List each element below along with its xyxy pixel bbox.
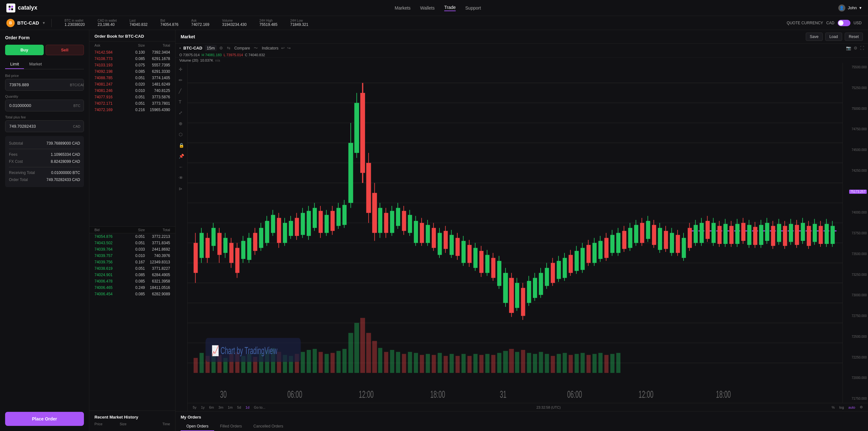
- price-level: 73000.000: [844, 294, 867, 297]
- time-5y-button[interactable]: 5y: [191, 405, 198, 410]
- text-icon[interactable]: T: [178, 98, 185, 106]
- svg-rect-39: [253, 233, 257, 251]
- ask-row[interactable]: 74088.7850.0513774.1405: [89, 75, 175, 81]
- compare-label[interactable]: Compare: [234, 46, 250, 51]
- time-5d-button[interactable]: 5d: [236, 405, 242, 410]
- log-scale-button[interactable]: log: [838, 404, 845, 410]
- percent-scale-button[interactable]: %: [830, 404, 836, 410]
- svg-rect-81: [378, 208, 382, 233]
- settings-icon[interactable]: ⚙: [219, 45, 223, 51]
- time-6m-button[interactable]: 6m: [208, 405, 215, 410]
- svg-rect-289: [509, 349, 514, 373]
- tab-market[interactable]: Market: [24, 60, 47, 69]
- undo-icon[interactable]: ↩: [281, 45, 285, 51]
- collapse-icon[interactable]: ⊳: [178, 185, 185, 192]
- quote-currency-block: QUOTE CURRENCY CAD USD: [786, 20, 862, 26]
- svg-rect-302: [587, 355, 591, 373]
- bid-row[interactable]: 74006.4650.24918411.0516: [89, 284, 175, 291]
- quantity-input[interactable]: [5, 100, 70, 111]
- pin-icon[interactable]: 📌: [178, 152, 185, 160]
- toggle-knob: [838, 21, 843, 26]
- bid-stat: Bid 74054.876: [160, 19, 179, 27]
- fullscreen-icon[interactable]: ⛶: [860, 45, 864, 51]
- bid-row[interactable]: 74039.7640.0332441.8692: [89, 246, 175, 252]
- ask-row[interactable]: 74103.1930.0755557.7395: [89, 62, 175, 68]
- bid-row[interactable]: 74024.9010.0856284.4905: [89, 272, 175, 278]
- chart-settings-icon[interactable]: ⚙: [854, 45, 858, 51]
- time-1y-button[interactable]: 1y: [200, 405, 206, 410]
- reset-button[interactable]: Reset: [845, 33, 863, 41]
- ask-stat: Ask 74072.169: [191, 19, 209, 27]
- chart-header-row: ▪ BTC-CAD 15m ⚙ ⇆ Compare 〜 Indicators ↩…: [176, 44, 868, 52]
- pair-selector[interactable]: B BTC-CAD ▾: [6, 19, 52, 27]
- time-3m-button[interactable]: 3m: [217, 405, 225, 410]
- chart-timeframe[interactable]: 15m: [205, 45, 217, 51]
- zoom-icon[interactable]: ⊕: [178, 120, 185, 127]
- svg-rect-283: [473, 354, 477, 373]
- ask-row[interactable]: 74077.9160.0513773.5876: [89, 94, 175, 100]
- crosshair-icon[interactable]: ✛: [178, 65, 185, 73]
- go-to-button[interactable]: Go to...: [253, 405, 267, 410]
- chart-area: ▪ BTC-CAD 15m ⚙ ⇆ Compare 〜 Indicators ↩…: [176, 44, 868, 431]
- bid-row[interactable]: 74054.8760.0513772.2213: [89, 234, 175, 240]
- tab-open-orders[interactable]: Open Orders: [181, 422, 214, 431]
- magnet-icon[interactable]: ⬡: [178, 130, 185, 138]
- ask-row[interactable]: 74092.1980.0856291.3330: [89, 68, 175, 75]
- svg-text:18:00: 18:00: [430, 389, 445, 400]
- usd-label: USD: [854, 21, 862, 25]
- bid-row[interactable]: 74038.6190.0513771.8227: [89, 265, 175, 272]
- measure-icon[interactable]: ⤢: [178, 109, 185, 117]
- ask-row[interactable]: 74142.5840.1007392.3404: [89, 49, 175, 56]
- ask-row[interactable]: 74072.1690.21615965.4390: [89, 106, 175, 113]
- tab-limit[interactable]: Limit: [5, 60, 24, 69]
- ask-row[interactable]: 74072.1710.0513773.7801: [89, 100, 175, 106]
- ohlc-h: H 74081.183: [202, 53, 222, 57]
- svg-text:31: 31: [500, 389, 506, 400]
- line-icon[interactable]: ╱: [178, 87, 185, 95]
- ask-row[interactable]: 74108.7730.0856291.1678: [89, 56, 175, 62]
- total-fee-label: Total plus fee: [5, 115, 84, 119]
- place-order-button[interactable]: Place Order: [5, 412, 84, 426]
- ask-row[interactable]: 74081.2470.0201481.6249: [89, 81, 175, 88]
- order-form-title: Order Form: [5, 35, 84, 40]
- svg-rect-25: [212, 228, 216, 246]
- tab-filled-orders[interactable]: Filled Orders: [214, 422, 248, 431]
- indicators-label[interactable]: Indicators: [262, 46, 278, 51]
- svg-rect-268: [384, 352, 389, 373]
- redo-icon[interactable]: ↪: [287, 45, 291, 51]
- eye-icon[interactable]: 👁: [178, 174, 185, 182]
- bid-row[interactable]: 74039.7570.010740.3976: [89, 252, 175, 259]
- buy-button[interactable]: Buy: [5, 45, 44, 55]
- save-button[interactable]: Save: [806, 33, 823, 41]
- nav-user[interactable]: 👤 John ▾: [838, 4, 862, 11]
- price-level: 73750.000: [844, 232, 867, 235]
- volume-na: n/a: [215, 58, 220, 62]
- nav-markets[interactable]: Markets: [395, 5, 411, 10]
- nav-support[interactable]: Support: [465, 5, 481, 10]
- bid-price-input[interactable]: [5, 79, 67, 90]
- ask-row[interactable]: 74081.2460.010740.8125: [89, 88, 175, 94]
- nav-wallets[interactable]: Wallets: [420, 5, 435, 10]
- bid-row[interactable]: 74006.4540.0856282.9089: [89, 291, 175, 297]
- tab-cancelled-orders[interactable]: Cancelled Orders: [248, 422, 289, 431]
- currency-toggle[interactable]: [838, 20, 850, 26]
- lock-icon[interactable]: 🔒: [178, 142, 185, 149]
- time-1m-button[interactable]: 1m: [226, 405, 234, 410]
- bid-row[interactable]: 74043.5020.0513771.8345: [89, 240, 175, 246]
- camera-icon[interactable]: 📷: [846, 45, 851, 51]
- arrow-left-icon[interactable]: ←: [178, 163, 185, 171]
- nav-trade[interactable]: Trade: [444, 5, 456, 11]
- chart-settings-small-button[interactable]: ⚙: [859, 404, 864, 410]
- pencil-icon[interactable]: ✏: [178, 76, 185, 84]
- bid-row[interactable]: 74039.7560.16712349.8313: [89, 259, 175, 265]
- cad-in-wallet-stat: CAD in wallet 23,198.40: [98, 19, 117, 27]
- sell-button[interactable]: Sell: [45, 45, 84, 55]
- auto-scale-button[interactable]: auto: [847, 404, 857, 410]
- time-1d-button[interactable]: 1d: [244, 405, 250, 410]
- price-level: 75000.000: [844, 107, 867, 111]
- bid-row[interactable]: 74006.4780.0856321.3958: [89, 278, 175, 284]
- load-button[interactable]: Load: [825, 33, 842, 41]
- svg-rect-45: [271, 215, 275, 233]
- order-total-label: Order Total: [9, 178, 28, 182]
- volume-label: Volume (20): [179, 58, 198, 62]
